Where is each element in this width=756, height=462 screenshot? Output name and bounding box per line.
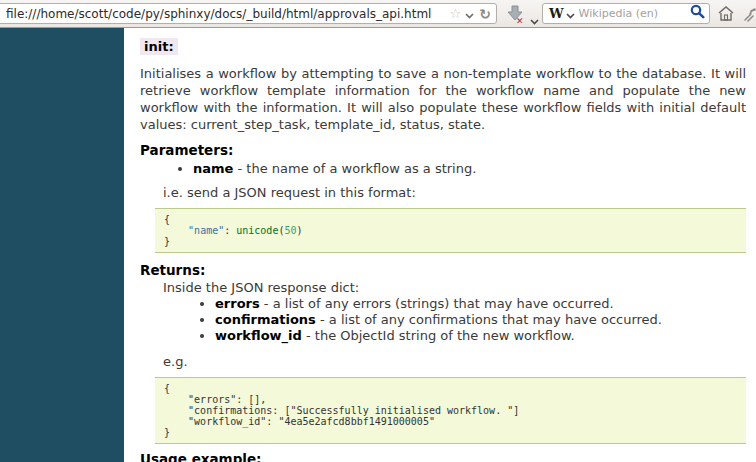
returns-heading: Returns: xyxy=(140,262,746,278)
returns-lead: Inside the JSON response dict: xyxy=(163,279,746,296)
code-line: { xyxy=(164,383,170,394)
code-line: } xyxy=(164,236,170,247)
download-dropdown-chevron-icon[interactable] xyxy=(530,10,539,29)
home-icon[interactable] xyxy=(717,5,735,26)
url-dropdown-chevron-icon[interactable] xyxy=(465,4,474,23)
return-desc: - the ObjectId string of the new workflo… xyxy=(302,328,575,343)
return-term: workflow_id xyxy=(215,328,302,343)
code-block-response: { "errors": [], "confirmations: ["Succes… xyxy=(155,377,746,444)
doc-content: init: Initialises a workflow by attempti… xyxy=(140,28,746,462)
eg-label: e.g. xyxy=(163,353,746,370)
code-line: "confirmations: ["Successfully initialis… xyxy=(164,405,519,416)
search-engine-icon[interactable]: W xyxy=(549,6,564,21)
init-term: init: xyxy=(140,38,178,55)
code-string: "name" xyxy=(188,225,224,236)
intro-paragraph: Initialises a workflow by attempting to … xyxy=(140,65,746,133)
svg-text:✕: ✕ xyxy=(516,16,524,25)
returns-list: errors - a list of any errors (strings) … xyxy=(140,296,746,344)
reload-icon[interactable]: ↻ xyxy=(479,7,491,21)
download-icon[interactable]: ✕ xyxy=(504,3,526,25)
parameters-heading: Parameters: xyxy=(140,142,746,158)
code-builtin: unicode xyxy=(236,225,278,236)
code-line: } xyxy=(164,427,170,438)
code-line: "errors": [], xyxy=(164,394,266,405)
search-input[interactable] xyxy=(577,7,690,20)
list-item: errors - a list of any errors (strings) … xyxy=(215,296,746,312)
magnifier-icon[interactable] xyxy=(690,4,705,23)
return-term: confirmations xyxy=(215,312,316,327)
return-desc: - a list of any confirmations that may h… xyxy=(316,312,662,327)
list-item: confirmations - a list of any confirmati… xyxy=(215,312,746,328)
url-text[interactable]: file:///home/scott/code/py/sphinxy/docs/… xyxy=(6,7,448,21)
code-indent xyxy=(164,225,188,236)
return-term: errors xyxy=(215,296,260,311)
list-item: name - the name of a workflow as a strin… xyxy=(193,160,746,177)
search-box[interactable]: W xyxy=(542,3,710,24)
code-number: 50 xyxy=(284,225,296,236)
engine-dropdown-chevron-icon[interactable] xyxy=(566,4,575,23)
parameters-list: name - the name of a workflow as a strin… xyxy=(140,160,746,177)
list-item: workflow_id - the ObjectId string of the… xyxy=(215,328,746,344)
code-line: { xyxy=(164,214,170,225)
url-bar[interactable]: file:///home/scott/code/py/sphinxy/docs/… xyxy=(0,3,497,24)
param-term: name xyxy=(193,161,233,176)
code-line: "workflow_id": "4ea5e2afcd8bbf1491000005… xyxy=(164,416,435,427)
param-desc: - the name of a workflow as a string. xyxy=(233,161,476,176)
code-block-request: { "name": unicode(50)} xyxy=(155,208,746,253)
plugin-icon[interactable] xyxy=(744,7,756,26)
return-desc: - a list of any errors (strings) that ma… xyxy=(260,296,614,311)
sidebar xyxy=(0,28,124,462)
code-paren: ) xyxy=(297,225,303,236)
bookmark-star-icon[interactable]: ☆ xyxy=(450,7,462,20)
code-sep: : xyxy=(224,225,236,236)
usage-example-heading: Usage example: xyxy=(140,451,746,462)
request-format-note: i.e. send a JSON request in this format: xyxy=(163,184,746,201)
browser-toolbar: file:///home/scott/code/py/sphinxy/docs/… xyxy=(0,0,756,28)
